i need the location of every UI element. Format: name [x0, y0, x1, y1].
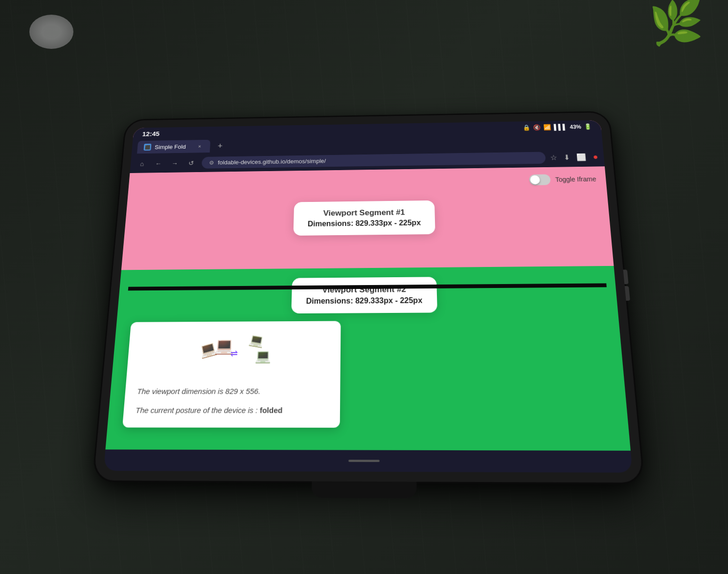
toggle-iframe-container: Toggle Iframe	[529, 174, 596, 185]
arrow-icon: ⇌	[230, 348, 238, 359]
right-edge-tabs	[623, 269, 630, 301]
address-bar[interactable]: ⚙ foldable-devices.github.io/demos/simpl…	[202, 152, 546, 168]
toggle-knob	[530, 176, 540, 185]
segment2-dimensions: Dimensions: 829.333px - 225px	[306, 296, 422, 306]
nav-pill	[348, 460, 380, 462]
segment1-card: Viewport Segment #1 Dimensions: 829.333p…	[293, 200, 435, 236]
tab-close-button[interactable]: ×	[195, 142, 204, 150]
plant-decoration: 🌿	[649, 0, 704, 44]
laptop-illustration-container: 💻 💻 💻 💻 ⇌	[138, 331, 329, 376]
screen-top: 12:45 🔒 🔇 📶 ▌▌▌ 43% 🔋	[121, 120, 614, 270]
back-button[interactable]: ←	[152, 158, 165, 169]
viewport-dimension-text: The viewport dimension is 829 x 556.	[136, 384, 328, 398]
browser-chrome: 12:45 🔒 🔇 📶 ▌▌▌ 43% 🔋	[130, 120, 605, 173]
segment1-title: Viewport Segment #1	[308, 208, 420, 218]
wifi-icon: 📶	[544, 124, 551, 131]
segment1-dimensions: Dimensions: 829.333px - 225px	[308, 219, 421, 228]
laptop-illustration: 💻 💻 💻 💻 ⇌	[193, 331, 274, 376]
new-tab-button[interactable]: +	[213, 140, 227, 152]
device-info-text: The viewport dimension is 829 x 556. The…	[135, 384, 328, 418]
foldable-device: 12:45 🔒 🔇 📶 ▌▌▌ 43% 🔋	[93, 112, 643, 483]
refresh-button[interactable]: ↺	[185, 157, 198, 169]
status-right: 🔒 🔇 📶 ▌▌▌ 43% 🔋	[523, 123, 592, 131]
battery-icon: 🔋	[584, 123, 592, 130]
record-icon[interactable]: ●	[592, 153, 598, 162]
download-icon[interactable]: ⬇	[564, 153, 570, 161]
url-text: foldable-devices.github.io/demos/simple/	[218, 155, 538, 166]
tab-favicon: ⬛	[143, 144, 151, 151]
pink-content-area: Viewport Segment #1 Dimensions: 829.333p…	[121, 166, 614, 270]
laptop-icon-3: 💻	[248, 332, 265, 349]
segment2-card: Viewport Segment #2 Dimensions: 829.333p…	[291, 277, 437, 313]
device-wrapper: 12:45 🔒 🔇 📶 ▌▌▌ 43% 🔋	[95, 67, 633, 507]
toggle-iframe-label: Toggle Iframe	[555, 176, 596, 183]
device-info-card: 💻 💻 💻 💻 ⇌ The viewport dimension is 829 …	[122, 321, 341, 428]
tab-count-icon[interactable]: ⬜	[576, 153, 587, 161]
signal-icon: ▌▌▌	[554, 124, 568, 131]
screen-bottom: Viewport Segment #2 Dimensions: 829.333p…	[105, 266, 631, 451]
browser-tab-active[interactable]: ⬛ Simple Fold ×	[137, 140, 210, 154]
forward-button[interactable]: →	[168, 157, 181, 169]
device-hinge	[312, 481, 417, 498]
sound-icon: 🔇	[533, 124, 541, 131]
cup-decoration	[29, 15, 73, 49]
site-info-icon: ⚙	[209, 159, 214, 166]
toolbar-icons: ☆ ⬇ ⬜ ●	[550, 153, 598, 162]
posture-text: The current posture of the device is : f…	[135, 403, 328, 418]
navigation-bar	[104, 449, 633, 472]
device-screen: 12:45 🔒 🔇 📶 ▌▌▌ 43% 🔋	[104, 120, 633, 473]
home-button[interactable]: ⌂	[136, 158, 148, 169]
laptop-icon-4: 💻	[254, 349, 271, 364]
battery-percent: 43%	[569, 124, 581, 130]
tab-title: Simple Fold	[155, 143, 192, 150]
bookmark-star-icon[interactable]: ☆	[550, 154, 557, 162]
lock-icon: 🔒	[523, 124, 530, 131]
status-time: 12:45	[142, 130, 159, 137]
posture-label: The current posture of the device is :	[136, 406, 258, 415]
posture-value: folded	[260, 406, 283, 415]
toggle-iframe-switch[interactable]	[529, 174, 551, 185]
